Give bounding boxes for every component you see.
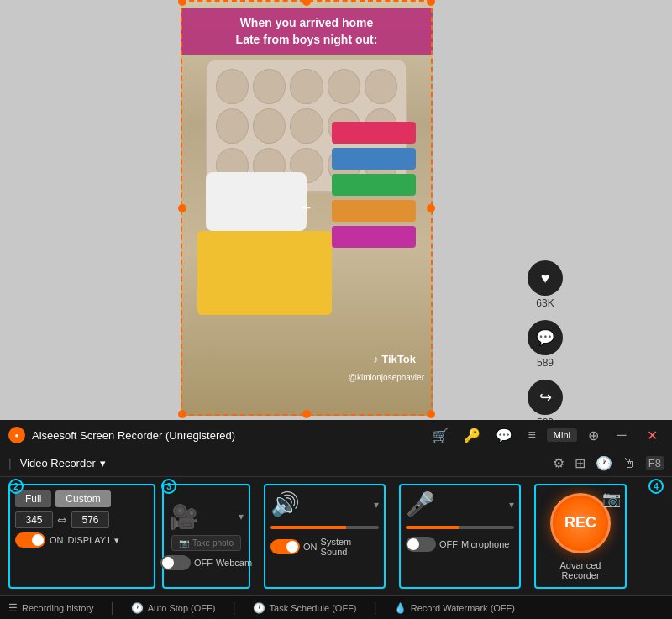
display-toggle[interactable]	[15, 532, 45, 548]
share-icon: ↪	[528, 380, 563, 415]
title-bar-controls: 🛒 🔑 💬 ≡ Mini ⊕ ─ ✕	[428, 426, 664, 445]
separator-1: |	[111, 601, 114, 616]
crosshair-icon: +	[302, 199, 312, 217]
swap-icon: ⇔	[57, 513, 67, 527]
microphone-icon: 🎤	[406, 490, 435, 518]
tiktok-overlay-text: When you arrived homeLate from boys nigh…	[181, 8, 433, 55]
comment-count: 589	[537, 357, 554, 369]
close-button[interactable]: ✕	[640, 427, 664, 443]
mic-slider[interactable]	[406, 526, 514, 529]
recording-history-label: Recording history	[22, 603, 94, 613]
mic-header: 🎤 ▾	[406, 490, 514, 518]
system-sound-section: 🔊 ▾ ON System Sound	[264, 484, 386, 589]
history-icon: ☰	[8, 602, 18, 614]
camera-icon: 📷	[179, 538, 189, 548]
display-toggle-row: ON DISPLAY1 ▾	[15, 532, 149, 548]
tiktok-logo: ♪ TikTok	[373, 353, 416, 365]
task-schedule-item[interactable]: 🕐 Task Schedule (OFF)	[253, 602, 357, 614]
sound-dropdown-icon[interactable]: ▾	[374, 499, 379, 511]
mode-right-icons: ⚙ ⊞ 🕐 🖱 F8	[553, 455, 664, 471]
like-item: ♥ 63K	[528, 260, 563, 309]
task-schedule-label: Task Schedule (OFF)	[270, 603, 357, 613]
res-values: ⇔	[15, 511, 149, 528]
app-icon: ●	[8, 427, 25, 443]
display-toggle-label: ON	[50, 535, 64, 545]
f8-icon[interactable]: F8	[646, 456, 664, 470]
social-icons: ♥ 63K 💬 589 ↪ 500	[528, 260, 563, 420]
cart-icon[interactable]: 🛒	[428, 426, 453, 445]
heart-icon: ♥	[528, 260, 563, 296]
recording-history-item[interactable]: ☰ Recording history	[8, 602, 94, 614]
mini-button[interactable]: Mini	[547, 428, 577, 442]
mode-bar: | Video Recorder ▾ ⚙ ⊞ 🕐 🖱 F8	[0, 450, 672, 477]
like-count: 63K	[536, 297, 554, 309]
mouse-icon[interactable]: 🖱	[622, 456, 636, 471]
custom-button[interactable]: Custom	[55, 490, 110, 507]
display-label: DISPLAY1	[68, 535, 112, 545]
webcam-label: Webcam	[216, 558, 252, 568]
microphone-section: 🎤 ▾ OFF Microphone	[399, 484, 521, 589]
mic-toggle[interactable]	[406, 537, 436, 552]
toolbar: ● Aiseesoft Screen Recorder (Unregistere…	[0, 420, 672, 619]
menu-icon[interactable]: ≡	[523, 426, 539, 444]
webcam-dropdown-icon[interactable]: ▾	[239, 511, 244, 522]
mic-label: Microphone	[461, 539, 509, 549]
webcam-header: 🎥 ▾	[169, 503, 244, 531]
mode-selector[interactable]: Video Recorder ▾	[20, 457, 106, 469]
mic-toggle-row: OFF Microphone	[406, 537, 514, 552]
res-buttons: Full Custom	[15, 490, 149, 507]
auto-stop-item[interactable]: 🕐 Auto Stop (OFF)	[131, 602, 216, 614]
display-selector[interactable]: DISPLAY1 ▾	[68, 535, 120, 546]
sound-slider[interactable]	[270, 526, 379, 529]
pin-icon[interactable]: ⊕	[584, 426, 603, 445]
task-icon: 🕐	[253, 602, 265, 614]
badge-3: 3	[161, 479, 176, 494]
screen-area: When you arrived homeLate from boys nigh…	[0, 0, 672, 420]
mic-toggle-label: OFF	[439, 539, 458, 549]
colorful-items	[332, 122, 416, 248]
tiktok-video: When you arrived homeLate from boys nigh…	[181, 0, 433, 416]
watermark-icon: 💧	[394, 602, 407, 614]
rec-section: REC 📷 Advanced Recorder	[534, 484, 627, 589]
key-icon[interactable]: 🔑	[459, 426, 485, 445]
mode-separator: |	[8, 457, 12, 470]
webcam-icon: 🎥	[169, 503, 198, 531]
take-photo-label: Take photo	[192, 538, 234, 548]
separator-3: |	[374, 601, 377, 616]
badge-2: 2	[8, 479, 24, 494]
title-bar: ● Aiseesoft Screen Recorder (Unregistere…	[0, 420, 672, 450]
comment-icon: 💬	[528, 320, 563, 355]
auto-stop-label: Auto Stop (OFF)	[148, 603, 216, 613]
copy-icon[interactable]: ⊞	[575, 455, 585, 471]
full-button[interactable]: Full	[15, 490, 51, 507]
sound-toggle-label: ON	[303, 542, 318, 552]
share-item: ↪ 500	[528, 380, 563, 420]
tiktok-username: @kimionjosephavier	[349, 373, 424, 382]
sound-toggle-row: ON System Sound	[270, 537, 379, 557]
resolution-section: Full Custom ⇔ ON DISPLAY1 ▾	[8, 484, 155, 589]
sound-toggle[interactable]	[270, 539, 300, 554]
comment-item: 💬 589	[528, 320, 563, 369]
badge-4: 4	[648, 479, 664, 494]
share-count: 500	[537, 417, 554, 420]
app-title: Aiseesoft Screen Recorder (Unregistered)	[32, 429, 421, 442]
height-input[interactable]	[71, 511, 109, 528]
watermark-item[interactable]: 💧 Record Watermark (OFF)	[394, 602, 515, 614]
status-bar: ☰ Recording history | 🕐 Auto Stop (OFF) …	[0, 595, 672, 619]
webcam-toggle[interactable]	[160, 555, 191, 570]
speaker-icon: 🔊	[270, 490, 300, 518]
mic-dropdown-icon[interactable]: ▾	[509, 499, 514, 511]
take-photo-button[interactable]: 📷 Take photo	[171, 535, 241, 551]
screenshot-icon[interactable]: 📷	[602, 490, 621, 507]
webcam-section: 🎥 ▾ 📷 Take photo OFF Webcam	[162, 484, 250, 589]
sound-label: System Sound	[321, 537, 379, 557]
minimize-button[interactable]: ─	[610, 427, 633, 443]
clock-icon[interactable]: 🕐	[596, 455, 612, 471]
settings-icon[interactable]: ⚙	[553, 455, 564, 471]
webcam-toggle-row: OFF Webcam	[160, 555, 252, 570]
yellow-item	[197, 231, 332, 315]
width-input[interactable]	[15, 511, 53, 528]
chat-icon[interactable]: 💬	[491, 426, 517, 445]
webcam-toggle-label: OFF	[194, 558, 213, 568]
controls-area: 2 Full Custom ⇔ ON DISPLAY1 ▾	[0, 477, 672, 595]
